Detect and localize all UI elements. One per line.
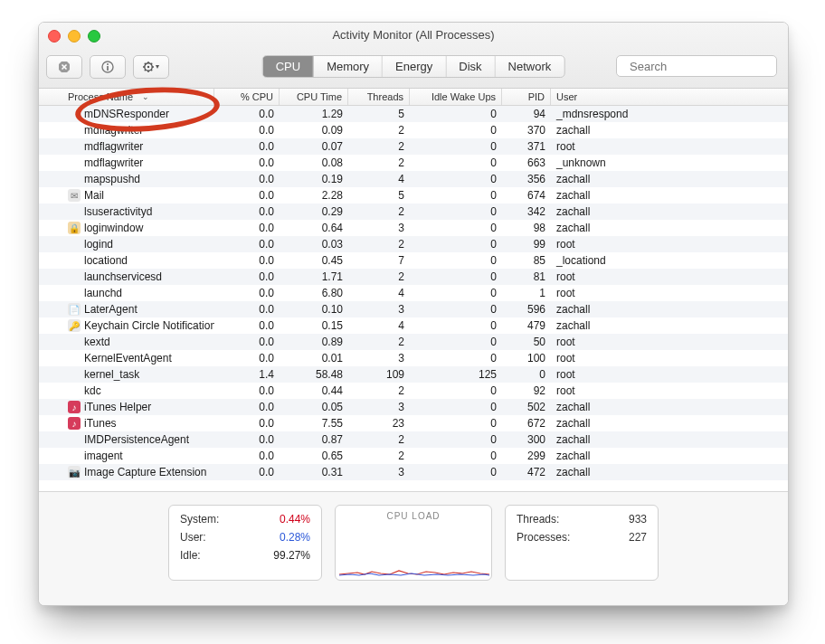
cell-pid: 370 [502, 124, 551, 137]
search-input[interactable] [628, 59, 783, 74]
cell-cputime: 0.19 [280, 173, 348, 185]
process-name-cell: logind [39, 238, 214, 251]
table-row[interactable]: kdc0.00.442092root [39, 383, 788, 399]
cell-cputime: 7.55 [280, 417, 348, 430]
process-name-cell: mdflagwriter [39, 140, 214, 153]
cell-cputime: 0.65 [280, 450, 348, 462]
cell-pid: 674 [502, 189, 551, 202]
svg-point-4 [107, 63, 109, 65]
process-table-body[interactable]: mDNSResponder0.01.295094_mdnsrespondmdfl… [39, 106, 788, 491]
cell-cpu: 0.0 [214, 270, 280, 283]
table-row[interactable]: lsuseractivityd0.00.2920342zachall [39, 204, 788, 220]
cell-cputime: 0.89 [280, 336, 348, 348]
process-name-cell: mDNSResponder [39, 108, 214, 120]
svg-rect-5 [107, 66, 109, 71]
inspect-process-button[interactable] [90, 55, 126, 79]
footer-panel: System: 0.44% User: 0.28% Idle: 99.27% C… [39, 491, 788, 605]
col-user[interactable]: User [551, 89, 768, 105]
options-button[interactable] [133, 55, 169, 79]
cell-idle: 0 [410, 287, 502, 299]
process-name-cell: kdc [39, 384, 214, 397]
cell-idle: 0 [410, 156, 502, 169]
table-row[interactable]: logind0.00.032099root [39, 236, 788, 252]
cell-cpu: 0.0 [214, 173, 280, 185]
processes-label: Processes: [517, 531, 570, 544]
table-row[interactable]: kextd0.00.892050root [39, 334, 788, 350]
cell-user: zachall [551, 303, 768, 316]
table-row[interactable]: ✉Mail0.02.2850674zachall [39, 187, 788, 204]
cell-pid: 81 [502, 270, 551, 283]
cpu-load-title: CPU LOAD [386, 511, 440, 521]
col-threads[interactable]: Threads [348, 89, 410, 105]
table-row[interactable]: ♪iTunes Helper0.00.0530502zachall [39, 399, 788, 415]
tab-disk[interactable]: Disk [446, 56, 495, 77]
process-name-cell: locationd [39, 254, 214, 267]
tab-memory[interactable]: Memory [314, 56, 383, 77]
quit-process-button[interactable] [46, 55, 82, 79]
search-field[interactable] [616, 55, 777, 77]
col-process-name-label: Process Name [68, 91, 133, 102]
cell-idle: 0 [410, 384, 502, 397]
processes-value: 227 [629, 531, 647, 544]
table-row[interactable]: mapspushd0.00.1940356zachall [39, 171, 788, 187]
col-pid[interactable]: PID [502, 89, 551, 105]
cell-user: root [551, 336, 768, 348]
cell-idle: 0 [410, 401, 502, 413]
cell-cpu: 0.0 [214, 352, 280, 365]
tab-cpu[interactable]: CPU [263, 56, 314, 77]
mail-icon: ✉ [68, 189, 81, 202]
process-name-cell: 🔒loginwindow [39, 222, 214, 234]
cell-idle: 0 [410, 205, 502, 218]
table-row[interactable]: launchd0.06.80401root [39, 285, 788, 301]
cell-cputime: 2.28 [280, 189, 348, 202]
col-idle-wake-ups[interactable]: Idle Wake Ups [410, 89, 502, 105]
table-row[interactable]: 🔒loginwindow0.00.643098zachall [39, 220, 788, 236]
col-cpu[interactable]: % CPU [214, 89, 280, 105]
chevron-down-icon [156, 65, 159, 69]
table-row[interactable]: mdflagwriter0.00.0820663_unknown [39, 155, 788, 171]
cell-pid: 596 [502, 303, 551, 316]
cell-pid: 371 [502, 140, 551, 153]
process-name-cell: launchd [39, 287, 214, 299]
table-row[interactable]: launchservicesd0.01.712081root [39, 269, 788, 285]
table-row[interactable]: mdflagwriter0.00.0920370zachall [39, 122, 788, 138]
cell-cpu: 0.0 [214, 450, 280, 462]
process-name-cell: KernelEventAgent [39, 352, 214, 365]
table-row[interactable]: locationd0.00.457085_locationd [39, 252, 788, 269]
tab-network[interactable]: Network [496, 56, 564, 77]
table-row[interactable]: mDNSResponder0.01.295094_mdnsrespond [39, 106, 788, 122]
process-name-cell: 📷Image Capture Extension [39, 466, 214, 478]
table-row[interactable]: IMDPersistenceAgent0.00.8720300zachall [39, 431, 788, 448]
cell-cpu: 0.0 [214, 205, 280, 218]
cell-pid: 0 [502, 368, 551, 381]
cell-cpu: 0.0 [214, 140, 280, 153]
keychain-icon: 🔑 [68, 319, 81, 332]
cell-cpu: 0.0 [214, 384, 280, 397]
col-process-name[interactable]: Process Name ⌄ [39, 89, 214, 105]
process-name-text: logind [84, 238, 113, 251]
cell-cpu: 0.0 [214, 238, 280, 251]
titlebar: Activity Monitor (All Processes) [39, 23, 788, 89]
system-label: System: [180, 513, 219, 526]
table-row[interactable]: ♪iTunes0.07.55230672zachall [39, 415, 788, 431]
table-row[interactable]: 📷Image Capture Extension0.00.3130472zach… [39, 464, 788, 480]
cell-threads: 4 [348, 173, 410, 185]
cell-idle: 0 [410, 189, 502, 202]
col-cpu-time[interactable]: CPU Time [280, 89, 348, 105]
table-row[interactable]: mdflagwriter0.00.0720371root [39, 138, 788, 155]
cpu-load-chart [339, 531, 489, 576]
table-row[interactable]: 📄LaterAgent0.00.1030596zachall [39, 301, 788, 317]
cell-cpu: 0.0 [214, 287, 280, 299]
table-row[interactable]: KernelEventAgent0.00.0130100root [39, 350, 788, 366]
table-row[interactable]: 🔑Keychain Circle Notification0.00.154047… [39, 317, 788, 334]
cell-user: _locationd [551, 254, 768, 267]
tab-energy[interactable]: Energy [383, 56, 446, 77]
cell-threads: 3 [348, 222, 410, 234]
table-row[interactable]: kernel_task1.458.481091250root [39, 366, 788, 383]
process-name-cell: IMDPersistenceAgent [39, 433, 214, 446]
info-icon [101, 61, 114, 73]
window-title: Activity Monitor (All Processes) [39, 28, 788, 42]
table-row[interactable]: imagent0.00.6520299zachall [39, 448, 788, 464]
process-name-text: loginwindow [84, 222, 143, 234]
cell-threads: 3 [348, 466, 410, 478]
